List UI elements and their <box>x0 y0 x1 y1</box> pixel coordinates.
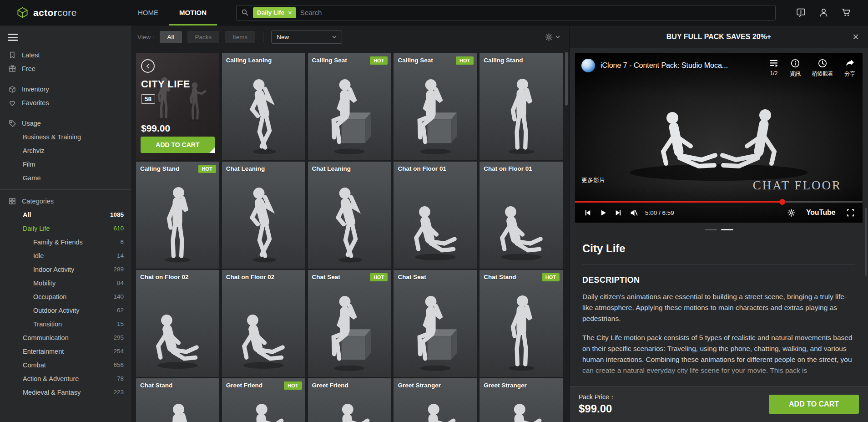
info-label: 資訊 <box>790 70 801 78</box>
video-settings-button[interactable] <box>783 205 799 220</box>
category-count: 656 <box>113 361 124 368</box>
close-icon[interactable]: × <box>849 30 863 44</box>
back-button[interactable] <box>141 59 155 73</box>
motion-item-card[interactable]: Chat Stand <box>136 378 219 422</box>
panel-scrollbar[interactable] <box>865 208 867 276</box>
sidebar-category-idle[interactable]: Idle14 <box>0 249 131 263</box>
sidebar-usage-game[interactable]: Game <box>0 171 131 185</box>
sidebar-category-outdoor-activity[interactable]: Outdoor Activity62 <box>0 304 131 317</box>
motion-item-name: Chat Leaning <box>312 165 351 172</box>
motion-item-card[interactable]: Calling StandHOT <box>136 162 219 269</box>
filter-all-button[interactable]: All <box>160 31 182 43</box>
previous-button[interactable] <box>580 205 595 220</box>
menu-icon[interactable] <box>8 34 19 41</box>
category-label: Communication <box>23 334 69 341</box>
sort-dropdown[interactable]: New <box>271 31 342 44</box>
video-actions: 1/2 資訊 稍後觀看 分享 <box>769 58 855 78</box>
carousel-dot[interactable] <box>705 229 717 230</box>
sidebar-item-inventory[interactable]: Inventory <box>0 82 131 96</box>
user-icon[interactable] <box>818 7 829 18</box>
video-watermark-text: CHAT FLOOR <box>753 178 842 193</box>
sidebar-usage-film[interactable]: Film <box>0 158 131 171</box>
mute-button[interactable] <box>626 205 641 220</box>
motion-item-card[interactable]: Chat StandHOT <box>479 270 563 377</box>
sidebar-category-all[interactable]: All1085 <box>0 208 131 222</box>
motion-item-card[interactable]: Calling Stand <box>479 53 563 160</box>
youtube-logo[interactable]: YouTube <box>806 208 835 217</box>
sidebar-category-daily-life[interactable]: Daily Life610 <box>0 222 131 235</box>
sidebar-item-favorites[interactable]: Favorites <box>0 96 131 110</box>
sidebar-category-entertainment[interactable]: Entertainment254 <box>0 345 131 358</box>
sidebar-item-latest[interactable]: Latest <box>0 48 131 62</box>
video-info-button[interactable]: 資訊 <box>790 58 801 78</box>
fullscreen-button[interactable] <box>843 205 858 220</box>
sidebar-category-mobility[interactable]: Mobility84 <box>0 276 131 290</box>
sidebar-category-occupation[interactable]: Occupation140 <box>0 290 131 304</box>
info-icon <box>790 58 800 68</box>
pack-price: $99.00 <box>141 123 214 134</box>
video-player[interactable]: iClone 7 - Content Pack: Studio Moca... … <box>575 53 863 223</box>
add-to-cart-button[interactable]: ADD TO CART <box>141 137 215 153</box>
sidebar-category-medieval-fantasy[interactable]: Medieval & Fantasy223 <box>0 386 131 399</box>
mannequin-figure <box>401 397 469 422</box>
panel-header: BUY FULL PACK SAVES 20%+ × <box>570 25 868 48</box>
motion-item-name: Calling Stand <box>484 57 523 64</box>
motion-item-card[interactable]: Calling SeatHOT <box>308 53 391 160</box>
motion-item-card[interactable]: Chat on Floor 01 <box>394 162 477 269</box>
channel-avatar[interactable] <box>581 59 595 72</box>
search-filter-tag[interactable]: Daily Life × <box>253 7 296 18</box>
sidebar-usage-archviz[interactable]: Archviz <box>0 144 131 158</box>
mannequin-figure <box>487 289 555 373</box>
sidebar-category-combat[interactable]: Combat656 <box>0 358 131 372</box>
nav-motion[interactable]: MOTION <box>169 0 217 25</box>
motion-item-card[interactable]: Calling SeatHOT <box>394 53 477 160</box>
sidebar-usage-business-training[interactable]: Business & Training <box>0 130 131 144</box>
feedback-icon[interactable] <box>796 7 806 18</box>
motion-item-name: Chat on Floor 01 <box>484 165 532 172</box>
carousel-dot-active[interactable] <box>721 229 733 230</box>
topbar-actions <box>796 7 868 18</box>
motion-item-card[interactable]: Greet Friend <box>308 378 391 422</box>
tag-close-icon[interactable]: × <box>288 9 292 16</box>
sidebar-category-indoor-activity[interactable]: Indoor Activity289 <box>0 263 131 276</box>
mannequin-figure <box>315 180 384 265</box>
motion-item-card[interactable]: Greet Stranger <box>479 378 563 422</box>
grid-scrollbar[interactable] <box>565 52 568 106</box>
watch-later-button[interactable]: 稍後觀看 <box>812 58 833 78</box>
add-to-cart-button[interactable]: ADD TO CART <box>769 395 859 414</box>
sidebar-divider <box>0 189 131 190</box>
sidebar-category-communication[interactable]: Communication295 <box>0 331 131 345</box>
motion-item-card[interactable]: Greet FriendHOT <box>222 378 305 422</box>
video-title[interactable]: iClone 7 - Content Pack: Studio Moca... <box>601 61 728 70</box>
mannequin-figure <box>229 72 298 157</box>
motion-item-card[interactable]: Chat on Floor 01 <box>479 162 563 269</box>
motion-item-card[interactable]: Chat on Floor 02 <box>136 270 219 377</box>
playlist-button[interactable]: 1/2 <box>769 58 779 78</box>
filter-items-button[interactable]: Items <box>225 31 255 43</box>
filter-packs-button[interactable]: Packs <box>187 31 220 43</box>
nav-home[interactable]: HOME <box>127 0 169 25</box>
search-tag-label: Daily Life <box>257 9 284 16</box>
share-button[interactable]: 分享 <box>844 58 855 78</box>
next-button[interactable] <box>611 205 626 220</box>
sidebar-item-free[interactable]: Free <box>0 62 131 76</box>
search-bar[interactable]: Daily Life × <box>236 5 776 20</box>
motion-item-card[interactable]: Chat Leaning <box>308 162 391 269</box>
sidebar-category-transition[interactable]: Transition15 <box>0 317 131 331</box>
motion-item-card[interactable]: Greet Stranger <box>394 378 477 422</box>
sidebar-category-action-adventure[interactable]: Action & Adventure78 <box>0 372 131 386</box>
cart-icon[interactable] <box>841 7 852 18</box>
motion-item-card[interactable]: Chat Leaning <box>222 162 305 269</box>
motion-item-card[interactable]: Chat on Floor 02 <box>222 270 305 377</box>
motion-item-card[interactable]: Chat Seat <box>394 270 477 377</box>
play-button[interactable] <box>595 205 611 220</box>
grid-settings-button[interactable] <box>545 33 560 41</box>
brand[interactable]: actorcore <box>0 6 127 19</box>
more-videos-link[interactable]: 更多影片 <box>581 176 605 184</box>
sidebar-category-family-friends[interactable]: Family & Friends6 <box>0 235 131 249</box>
motion-item-card[interactable]: Chat SeatHOT <box>308 270 391 377</box>
category-count: 15 <box>117 320 124 327</box>
search-input[interactable] <box>300 9 771 16</box>
sidebar-item-usage[interactable]: Usage <box>0 117 131 130</box>
motion-item-card[interactable]: Calling Leaning <box>222 53 305 160</box>
